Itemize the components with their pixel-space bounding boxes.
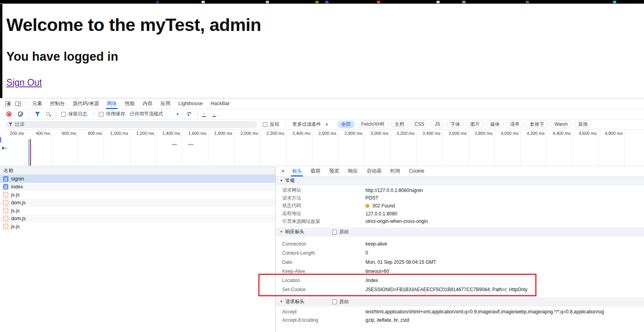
raw-checkbox[interactable] [332, 230, 337, 234]
header-key: 请求方法 [282, 195, 365, 202]
file-type-icon [3, 184, 8, 190]
raw-checkbox[interactable] [332, 299, 337, 304]
clear-network-log-button[interactable] [18, 111, 23, 117]
timeline-tick: 1,800 ms [208, 130, 235, 166]
header-key: 请求网址 [282, 187, 365, 194]
request-type-chip[interactable]: Fetch/XHR [357, 121, 388, 128]
device-toolbar-button[interactable] [13, 98, 23, 109]
export-har-button[interactable]: ↓ [211, 111, 218, 117]
status-dot-icon [365, 204, 369, 208]
header-kv-row: Set-Cookie JSESSIONID=FB1B33AEAEECF5C01B… [276, 285, 644, 294]
throttling-select[interactable]: 已停用节流模式 [130, 111, 163, 117]
divider [94, 111, 94, 117]
devtools-tab[interactable]: 控制台 [46, 98, 69, 109]
request-type-chip[interactable]: 媒体 [486, 121, 504, 128]
request-row[interactable]: signin [0, 175, 275, 183]
timeline-tick: 4,000 ms [494, 130, 521, 166]
search-icon[interactable] [46, 112, 50, 115]
timeline-tick: 2,400 ms [286, 130, 313, 166]
network-overview-timeline[interactable]: 200 ms 400 ms 600 ms 800 ms 1,000 ms 1,2… [0, 130, 644, 166]
header-key: Connection [282, 241, 365, 247]
preserve-log-label: 保留日志 [68, 111, 87, 117]
chrome-fragment [613, 1, 616, 3]
general-section-header[interactable]: ▼ 常规 [276, 177, 644, 185]
request-row[interactable]: js.js [0, 207, 275, 215]
preserve-log-checkbox[interactable] [61, 112, 66, 117]
header-value: JSESSIONID=FB1B33AEAEECF5C01B814677CC7B9… [365, 287, 527, 292]
request-type-chip[interactable]: 清单 [506, 121, 523, 128]
timeline-tick: 3,400 ms [417, 130, 443, 166]
request-type-chip[interactable]: JS [431, 121, 444, 128]
sign-out-link[interactable]: Sign Out [6, 77, 42, 88]
file-type-icon [3, 208, 8, 213]
chevron-down-icon[interactable]: ▼ [176, 112, 179, 116]
devtools-tab[interactable]: 源代码/来源 [69, 98, 103, 109]
header-key: 引荐来源网址政策 [282, 218, 365, 225]
details-tab[interactable]: 载荷 [306, 166, 325, 177]
header-value: POST [365, 195, 379, 201]
request-type-chip[interactable]: CSS [411, 121, 429, 128]
header-kv-row: Accept-Encoding gzip, deflate, br, zstd [276, 316, 644, 324]
more-filters-dropdown[interactable]: 更多过滤条件 [292, 121, 321, 128]
filter-input[interactable]: 过滤 [6, 121, 257, 128]
network-toolbar: 保留日志 停用缓存 已停用节流模式 ▼ ↑ ↓ [2, 109, 644, 119]
divider [198, 111, 198, 117]
close-icon[interactable]: × [278, 168, 288, 175]
details-tab[interactable]: 预览 [325, 166, 344, 177]
details-tab[interactable]: 响应 [344, 166, 362, 177]
file-type-icon [3, 176, 8, 182]
request-row[interactable]: dom.js [0, 215, 275, 223]
devtools-tab[interactable]: 网络 [103, 98, 121, 109]
request-row[interactable]: dom.js [0, 199, 275, 207]
request-type-chip[interactable]: 套接字 [526, 121, 548, 128]
devtools-tab[interactable]: 内存 [138, 98, 156, 109]
header-kv-row: Accept text/html,application/xhtml+xml,a… [276, 308, 644, 316]
file-type-icon [3, 200, 8, 205]
request-row[interactable]: js.js [0, 223, 275, 230]
devtools-tab[interactable]: 应用 [156, 98, 174, 109]
request-type-chip[interactable]: 图片 [466, 121, 484, 128]
request-row[interactable]: js.js [0, 191, 275, 199]
request-list-pane: 名称 signin index js.js [0, 166, 275, 332]
devtools-tab[interactable]: Lighthouse [174, 98, 206, 109]
header-key: Location [282, 278, 365, 283]
chrome-fragment [202, 1, 205, 3]
header-key: Date [282, 259, 365, 265]
request-name: js.js [11, 224, 20, 229]
import-har-button[interactable]: ↑ [200, 111, 208, 117]
devtools-tab[interactable]: 元素 [28, 98, 46, 109]
chevron-down-icon[interactable]: ▼ [325, 123, 329, 127]
header-kv-row: 状态代码 302 Found [276, 202, 644, 210]
response-headers-section-header[interactable]: ▼ 响应标头 原始 [276, 228, 644, 236]
triangle-down-icon: ▼ [280, 300, 283, 303]
inspect-cursor-icon [5, 101, 10, 106]
request-type-chip[interactable]: 全部 [337, 121, 355, 128]
file-type-icon [3, 216, 8, 221]
timeline-tick: 1,200 ms [130, 130, 156, 166]
details-tab[interactable]: Cookie [405, 166, 429, 177]
network-conditions-icon[interactable] [186, 112, 192, 117]
timeline-tick: 600 ms [52, 130, 78, 166]
invert-filter-checkbox[interactable] [263, 122, 267, 127]
request-type-chip[interactable]: 其他 [574, 121, 592, 128]
chrome-fragment [266, 1, 269, 3]
header-value: gzip, deflate, br, zstd [365, 317, 409, 323]
request-row[interactable]: index [0, 183, 275, 191]
filter-toggle-icon[interactable] [35, 112, 40, 117]
devtools-tab[interactable]: HackBar [207, 98, 234, 109]
details-tab[interactable]: 时间 [386, 166, 405, 177]
request-type-chip[interactable]: 字体 [446, 121, 464, 128]
file-type-icon [3, 224, 8, 229]
timeline-tick: 800 ms [78, 130, 104, 166]
request-headers-section-header[interactable]: ▼ 请求标头 原始 [276, 297, 644, 306]
details-tab[interactable]: 启动器 [362, 166, 386, 177]
record-network-log-button[interactable] [6, 111, 12, 117]
raw-toggle: 原始 [332, 228, 349, 235]
disable-cache-checkbox[interactable] [99, 112, 104, 117]
details-tab[interactable]: 标头 [288, 166, 306, 177]
name-column-header[interactable]: 名称 [0, 166, 275, 175]
devtools-tab[interactable]: 性能 [121, 98, 138, 109]
request-type-chip[interactable]: 文档 [391, 121, 408, 128]
inspect-element-button[interactable] [2, 98, 13, 109]
request-type-chip[interactable]: Wasm [550, 121, 572, 128]
